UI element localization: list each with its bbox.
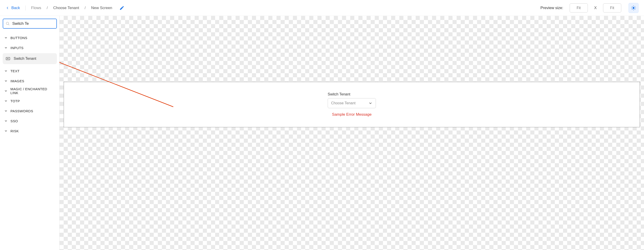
preview-width-input[interactable] — [570, 3, 588, 12]
svg-point-9 — [6, 22, 9, 24]
search-icon — [6, 21, 10, 26]
error-message: Sample Error Message — [332, 112, 372, 117]
category-images[interactable]: Images — [3, 76, 57, 86]
chevron-down-icon — [4, 119, 8, 123]
svg-line-10 — [8, 24, 9, 25]
sun-icon — [631, 5, 636, 11]
chevron-down-icon — [368, 101, 372, 105]
theme-toggle-button[interactable] — [628, 3, 638, 13]
category-label: TOTP — [10, 99, 20, 103]
chevron-down-icon — [4, 99, 8, 103]
category-label: Inputs — [10, 46, 24, 50]
chevron-down-icon — [4, 46, 8, 49]
svg-point-0 — [633, 7, 634, 9]
category-label: Text — [10, 69, 20, 73]
canvas[interactable]: Switch Tenant Choose Tenant Sample Error… — [60, 16, 644, 250]
category-label: Risk — [10, 129, 19, 133]
category-magic-link[interactable]: Magic / Enchanted Link — [3, 86, 57, 96]
preview-size-label: Preview size: — [540, 6, 563, 10]
input-icon — [6, 56, 10, 61]
component-search[interactable] — [3, 19, 57, 29]
svg-line-5 — [632, 6, 632, 6]
chevron-down-icon — [4, 129, 8, 133]
preview-x-label: X — [594, 6, 597, 10]
sidebar: Buttons Inputs Switch Tenant Text Images… — [0, 16, 60, 250]
breadcrumb-flows[interactable]: Flows — [31, 6, 41, 10]
breadcrumb-tenant[interactable]: Choose Tenant — [53, 6, 79, 10]
drop-zone[interactable]: Switch Tenant Choose Tenant Sample Error… — [64, 82, 640, 127]
topbar: Back Flows / Choose Tenant / New Screen … — [0, 0, 644, 16]
tenant-select[interactable]: Choose Tenant — [328, 98, 376, 108]
divider — [26, 5, 26, 10]
switch-tenant-field: Switch Tenant Choose Tenant — [328, 92, 376, 108]
chevron-down-icon — [4, 69, 8, 73]
category-inputs[interactable]: Inputs — [3, 43, 57, 53]
back-button[interactable]: Back — [6, 6, 20, 10]
category-label: Images — [10, 79, 24, 83]
select-placeholder: Choose Tenant — [331, 101, 356, 105]
arrow-left-icon — [6, 6, 10, 10]
field-label: Switch Tenant — [328, 92, 350, 96]
category-buttons[interactable]: Buttons — [3, 33, 57, 43]
back-label: Back — [11, 6, 20, 10]
svg-line-7 — [632, 9, 632, 9]
category-risk[interactable]: Risk — [3, 126, 57, 136]
category-label: Buttons — [10, 36, 27, 40]
chevron-down-icon — [4, 79, 8, 83]
pencil-icon — [120, 5, 124, 10]
category-label: Passwords — [10, 109, 33, 113]
category-text[interactable]: Text — [3, 66, 57, 76]
chevron-down-icon — [4, 36, 8, 39]
search-input[interactable] — [12, 21, 60, 26]
component-label: Switch Tenant — [14, 57, 36, 61]
workspace: Buttons Inputs Switch Tenant Text Images… — [0, 16, 644, 250]
svg-line-8 — [635, 6, 635, 6]
category-passwords[interactable]: Passwords — [3, 106, 57, 116]
svg-line-6 — [635, 9, 635, 9]
component-switch-tenant[interactable]: Switch Tenant — [3, 53, 57, 64]
breadcrumb-screen[interactable]: New Screen — [91, 6, 112, 10]
category-label: Magic / Enchanted Link — [10, 87, 56, 95]
breadcrumb-separator: / — [84, 6, 86, 10]
category-totp[interactable]: TOTP — [3, 96, 57, 106]
chevron-down-icon — [4, 89, 8, 93]
preview-height-input[interactable] — [603, 3, 621, 12]
category-sso[interactable]: SSO — [3, 116, 57, 126]
chevron-down-icon — [4, 109, 8, 113]
breadcrumb-separator: / — [46, 6, 48, 10]
edit-title-button[interactable] — [120, 5, 124, 10]
category-label: SSO — [10, 119, 18, 123]
